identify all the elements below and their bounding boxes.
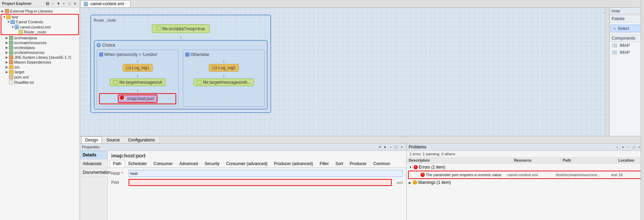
tab-close-icon[interactable]: × xyxy=(125,2,127,6)
imap-node[interactable]: imap:host:port ! xyxy=(118,95,157,103)
tree-item-pom[interactable]: pom.xml xyxy=(0,74,80,80)
tree-item-target[interactable]: ▶ target xyxy=(0,70,80,74)
file-node-1[interactable]: file:target/messages/uk xyxy=(110,79,165,86)
tab-design[interactable]: Design xyxy=(81,137,102,143)
props-tab-producer[interactable]: Producer xyxy=(347,160,370,168)
error-item-1[interactable]: ▶ ✕ The parameter port requires a numeri… xyxy=(409,171,642,178)
error-item-icon: ✕ xyxy=(421,173,425,177)
props-tab-advanced[interactable]: Advanced xyxy=(176,160,201,168)
props-tab-consumer-adv[interactable]: Consumer (advanced) xyxy=(223,160,271,168)
tree-item-src-test-res[interactable]: ▶ src/test/resources xyxy=(0,50,80,55)
props-tab-security[interactable]: Security xyxy=(201,160,222,168)
host-input[interactable] xyxy=(129,170,403,177)
minimize-icon[interactable]: − xyxy=(62,1,66,6)
tree-item-src-main-res[interactable]: ▶ src/main/resources xyxy=(0,40,80,45)
port-input[interactable] xyxy=(129,179,392,186)
tree-label-camel: Camel Contexts xyxy=(16,20,43,24)
branch-when-label-text: When /person/city = 'London' xyxy=(104,52,158,57)
jar-icon xyxy=(9,60,13,64)
palette-imap-item-1[interactable]: IMAP xyxy=(610,42,644,49)
props-tab-filter[interactable]: Filter xyxy=(317,160,332,168)
props-sidebar-docs[interactable]: Documentation xyxy=(80,168,107,177)
errors-group: ▼ ✕ Errors (1 item) ▶ ✕ The parameter po… xyxy=(407,164,644,179)
choice-label-text: Choice xyxy=(102,43,115,48)
tree-arrow: ▶ xyxy=(1,9,5,13)
palette-scrollbar[interactable] xyxy=(641,8,644,136)
host-label-text: Host xyxy=(111,171,120,176)
close-icon[interactable]: × xyxy=(73,1,78,6)
log-node-2[interactable]: LOG Log_log2 xyxy=(209,64,238,72)
tree-arrow: ▶ xyxy=(6,70,9,74)
canvas-container[interactable]: Route _route file:src/data?noop=true ↓ ⊕… xyxy=(80,8,609,136)
tree-item-route[interactable]: Route _route xyxy=(1,30,78,34)
arrow-b1-2: ↓ xyxy=(99,73,176,78)
errors-group-header[interactable]: ▼ ✕ Errors (1 item) xyxy=(407,164,644,170)
palette-section-components: Components IMAP IMAP xyxy=(610,34,644,57)
problems-sort-icon[interactable]: ↕ xyxy=(615,145,620,149)
file-label-1: file:target/messages/uk xyxy=(119,80,162,85)
props-tab-sort[interactable]: Sort xyxy=(332,160,346,168)
link-editor-icon[interactable]: ↔ xyxy=(50,1,55,6)
tab-source[interactable]: Source xyxy=(103,137,123,143)
props-view-menu-icon[interactable]: ▾ xyxy=(383,145,388,149)
problems-tree: ▼ ✕ Errors (1 item) ▶ ✕ The parameter po… xyxy=(407,163,644,186)
error-item-location: line 16 xyxy=(611,173,639,177)
maximize-icon[interactable]: □ xyxy=(67,1,72,6)
props-tab-common[interactable]: Common xyxy=(370,160,393,168)
tab-configurations[interactable]: Configurations xyxy=(124,137,158,143)
problems-maximize-icon[interactable]: □ xyxy=(631,145,636,149)
view-menu-icon[interactable]: ▾ xyxy=(56,1,61,6)
editor-tab-camel-xml[interactable]: x camel-context.xml × xyxy=(81,0,130,7)
bottom-tab-bar: Design Source Configurations xyxy=(80,136,644,144)
tree-item-test[interactable]: ▼ test xyxy=(1,15,78,19)
palette-header-palette[interactable]: Palette xyxy=(610,15,644,23)
camel-icon xyxy=(10,20,15,24)
tree-item-src[interactable]: ▶ src xyxy=(0,65,80,70)
props-tab-path[interactable]: Path xyxy=(110,160,125,168)
tree-label-str: src/test/resources xyxy=(14,50,44,55)
problems-view-menu-icon[interactable]: ▾ xyxy=(620,145,625,149)
tree-item-jre[interactable]: ▶ JRE System Library [JavaSE-1.7] xyxy=(0,55,80,60)
tree-item-src-main-java[interactable]: ▶ src/main/java xyxy=(0,35,80,40)
canvas-palette-area: Route _route file:src/data?noop=true ↓ ⊕… xyxy=(80,8,644,136)
props-tab-consumer[interactable]: Consumer xyxy=(150,160,176,168)
choice-label: ⊕ Choice xyxy=(97,43,265,48)
jar-icon xyxy=(9,55,13,59)
file-start-node[interactable]: file:src/data?noop=true xyxy=(152,24,209,33)
tree-item-readme[interactable]: ReadMe.txt xyxy=(0,80,80,85)
props-close-icon[interactable]: × xyxy=(399,145,404,149)
jar-icon xyxy=(5,9,9,13)
tree-item-ext-plugins[interactable]: ▶ External Plug-in Libraries xyxy=(0,9,80,14)
file-node-2[interactable]: file:target/messages/oth... xyxy=(194,79,254,86)
props-minimize-icon[interactable]: − xyxy=(388,145,393,149)
props-sidebar-advanced[interactable]: Advanced xyxy=(80,160,107,168)
tree-arrow: ▼ xyxy=(3,15,6,19)
folder-icon xyxy=(9,70,14,74)
tree-item-maven[interactable]: ▶ Maven Dependencies xyxy=(0,60,80,65)
props-tab-scheduler[interactable]: Scheduler xyxy=(125,160,150,168)
palette-panel: imap Palette ↖ Select Components xyxy=(609,8,644,136)
problems-col-location: Location xyxy=(616,157,644,163)
warnings-group-header[interactable]: ▶ ! Warnings (1 item) xyxy=(407,179,644,186)
tree-item-src-test-java[interactable]: ▶ src/test/java xyxy=(0,45,80,50)
palette-select-item[interactable]: ↖ Select xyxy=(610,25,643,32)
warnings-group: ▶ ! Warnings (1 item) xyxy=(407,179,644,186)
tree-item-camel-xml[interactable]: ▼ x camel-context.xml xyxy=(1,24,78,30)
canvas-scrollbar[interactable] xyxy=(605,8,609,136)
props-open-icon[interactable]: ⇗ xyxy=(377,145,382,149)
properties-sidebar: Details Advanced Documentation xyxy=(80,151,108,220)
props-maximize-icon[interactable]: □ xyxy=(394,145,399,149)
palette-header-components[interactable]: Components xyxy=(610,34,644,42)
props-sidebar-details[interactable]: Details xyxy=(80,151,107,160)
error-item-path: /test/src/main/resources/... xyxy=(556,173,611,177)
palette-imap-item-2[interactable]: IMAP xyxy=(610,49,644,56)
log-node-1[interactable]: LOG Log_log1 xyxy=(123,64,152,72)
tree-label-pom: pom.xml xyxy=(14,75,29,79)
collapse-all-icon[interactable]: ⊟ xyxy=(45,1,50,6)
props-tab-producer-adv-label: Producer (advanced) xyxy=(274,161,313,166)
tree-item-camel-contexts[interactable]: ▼ Camel Contexts xyxy=(1,19,78,24)
props-tab-producer-adv[interactable]: Producer (advanced) xyxy=(271,160,316,168)
problems-titlebar: Problems ↕ ▾ − □ × xyxy=(407,144,644,151)
problems-minimize-icon[interactable]: − xyxy=(626,145,631,149)
props-tab-scheduler-label: Scheduler xyxy=(128,161,147,166)
